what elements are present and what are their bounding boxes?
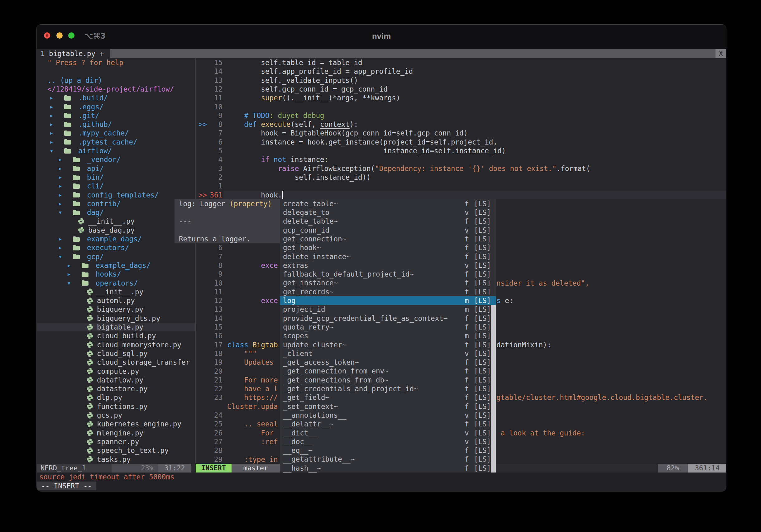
tree-row-file[interactable]: __init__.py bbox=[37, 288, 196, 296]
chevron-down-icon[interactable]: ▾ bbox=[59, 208, 73, 217]
tree-row-dir[interactable]: ▸.mypy_cache/ bbox=[37, 129, 196, 137]
editor-line[interactable]: 9 # TODO: duyet debug bbox=[196, 111, 727, 120]
completion-item[interactable]: _get_credentials_and_project_id~f[LS] bbox=[280, 384, 496, 393]
completion-item[interactable]: fallback_to_default_project_id~f[LS] bbox=[280, 270, 496, 279]
completion-item[interactable]: get_instance~f[LS] bbox=[280, 279, 496, 287]
editor-line[interactable]: 1 bbox=[196, 182, 727, 190]
editor-line[interactable]: >>8 def execute(self, context): bbox=[196, 120, 727, 129]
tree-row-dir[interactable]: ▸config_templates/ bbox=[37, 190, 196, 199]
completion-item[interactable]: quota_retry~f[LS] bbox=[280, 323, 496, 331]
completion-item[interactable]: delete_table~f[LS] bbox=[280, 217, 496, 226]
tree-row-dir[interactable]: ▸example_dags/ bbox=[37, 261, 196, 270]
completion-item[interactable]: delete_instance~f[LS] bbox=[280, 252, 496, 261]
tree-row-file[interactable]: bigquery_dts.py bbox=[37, 314, 196, 323]
tree-row-dir[interactable]: ▸contrib/ bbox=[37, 199, 196, 208]
tree-row-file[interactable]: __init__.py bbox=[37, 217, 196, 226]
tree-row-dir[interactable]: ▸_vendor/ bbox=[37, 155, 196, 164]
completion-item[interactable]: _set_context~f[LS] bbox=[280, 402, 496, 411]
tree-row-file[interactable]: mlengine.py bbox=[37, 429, 196, 437]
tree-row-dir[interactable]: ▸example_dags/ bbox=[37, 235, 196, 243]
tree-row-file[interactable]: cloud_build.py bbox=[37, 331, 196, 340]
editor-line[interactable]: 13 self._validate_inputs() bbox=[196, 76, 727, 85]
tree-row-dir[interactable]: ▾gcp/ bbox=[37, 252, 196, 261]
tree-row-dir[interactable]: ▸hooks/ bbox=[37, 270, 196, 279]
tree-row-file[interactable]: tasks.py bbox=[37, 455, 196, 464]
completion-item[interactable]: __getattribute__~f[LS] bbox=[280, 455, 496, 463]
completion-item[interactable]: logm[LS] bbox=[280, 296, 496, 305]
chevron-right-icon[interactable]: ▸ bbox=[59, 243, 73, 252]
chevron-right-icon[interactable]: ▸ bbox=[59, 173, 73, 182]
completion-item[interactable]: _get_connection_from_env~f[LS] bbox=[280, 367, 496, 375]
chevron-right-icon[interactable]: ▸ bbox=[68, 261, 81, 270]
tree-row[interactable]: .. (up a dir) bbox=[37, 76, 196, 85]
completion-item[interactable]: _clientv[LS] bbox=[280, 349, 496, 358]
tree-row-file[interactable]: spanner.py bbox=[37, 437, 196, 446]
tree-row-dir[interactable]: ▸.pytest_cache/ bbox=[37, 138, 196, 146]
tree-row-dir[interactable]: ▸cli/ bbox=[37, 182, 196, 190]
editor-line[interactable]: 15 self.table_id = table_id bbox=[196, 58, 727, 67]
tree-row-file[interactable]: bigquery.py bbox=[37, 305, 196, 314]
tree-row-file[interactable]: cloud_storage_transfer bbox=[37, 358, 196, 367]
tree-row-file[interactable]: compute.py bbox=[37, 367, 196, 376]
tab-bigtable[interactable]: 1 bigtable.py + bbox=[37, 49, 110, 58]
chevron-down-icon[interactable]: ▾ bbox=[50, 146, 64, 155]
tree-row-dir[interactable]: ▸.github/ bbox=[37, 120, 196, 129]
tree-row-dir[interactable]: ▸.build/ bbox=[37, 93, 196, 102]
completion-item[interactable]: gcp_conn_idv[LS] bbox=[280, 226, 496, 235]
tree-row-dir[interactable]: ▸.eggs/ bbox=[37, 102, 196, 111]
tree-row-file[interactable]: base_dag.py bbox=[37, 226, 196, 235]
tree-row-file[interactable]: dlp.py bbox=[37, 393, 196, 402]
completion-item[interactable]: extrasv[LS] bbox=[280, 261, 496, 270]
tree-row-file[interactable]: cloud_memorystore.py bbox=[37, 341, 196, 349]
tree-row-file[interactable]: dataflow.py bbox=[37, 376, 196, 384]
tree-row-file[interactable]: speech_to_text.py bbox=[37, 446, 196, 455]
completion-item[interactable]: delegate_tov[LS] bbox=[280, 208, 496, 217]
completion-item[interactable]: __dict__v[LS] bbox=[280, 429, 496, 437]
completion-item[interactable]: _get_field~f[LS] bbox=[280, 393, 496, 402]
tree-row-file[interactable]: automl.py bbox=[37, 296, 196, 305]
tree-row-file[interactable]: datastore.py bbox=[37, 384, 196, 393]
tree-row-dir[interactable]: ▸bin/ bbox=[37, 173, 196, 182]
completion-item[interactable]: __doc__v[LS] bbox=[280, 437, 496, 446]
completion-item[interactable]: provide_gcp_credential_file_as_context~f… bbox=[280, 314, 496, 323]
completion-item[interactable]: __hash__~f[LS] bbox=[280, 464, 496, 472]
tree-row-dir[interactable]: ▸.git/ bbox=[37, 111, 196, 120]
tree-row-dir[interactable]: ▾operators/ bbox=[37, 279, 196, 288]
chevron-right-icon[interactable]: ▸ bbox=[59, 164, 73, 173]
tree-row-file[interactable]: gcs.py bbox=[37, 411, 196, 420]
editor-line[interactable]: 3 raise AirflowException("Dependency: in… bbox=[196, 164, 727, 173]
chevron-right-icon[interactable]: ▸ bbox=[59, 235, 73, 243]
editor-line[interactable]: 2 self.instance_id)) bbox=[196, 173, 727, 182]
completion-item[interactable]: scopesm[LS] bbox=[280, 331, 496, 340]
chevron-down-icon[interactable]: ▾ bbox=[68, 279, 81, 288]
chevron-right-icon[interactable]: ▸ bbox=[59, 199, 73, 208]
chevron-right-icon[interactable]: ▸ bbox=[59, 182, 73, 190]
chevron-right-icon[interactable]: ▸ bbox=[50, 138, 64, 146]
tree-row-dir[interactable]: ▾airflow/ bbox=[37, 146, 196, 155]
editor-line[interactable]: 12 self.gcp_conn_id = gcp_conn_id bbox=[196, 85, 727, 93]
completion-item[interactable]: project_idm[LS] bbox=[280, 305, 496, 314]
completion-item[interactable]: __eq__~f[LS] bbox=[280, 446, 496, 455]
tree-row-dir[interactable]: ▸executors/ bbox=[37, 243, 196, 252]
chevron-right-icon[interactable]: ▸ bbox=[50, 102, 64, 111]
chevron-right-icon[interactable]: ▸ bbox=[59, 190, 73, 199]
tree-row-dir[interactable]: ▾dag/ bbox=[37, 208, 196, 217]
completion-item[interactable]: __annotations__v[LS] bbox=[280, 411, 496, 420]
completion-item[interactable]: get_hook~f[LS] bbox=[280, 243, 496, 252]
tree-row-file[interactable]: kubernetes_engine.py bbox=[37, 420, 196, 428]
completion-item[interactable]: _get_access_token~f[LS] bbox=[280, 358, 496, 367]
chevron-down-icon[interactable]: ▾ bbox=[59, 252, 73, 261]
completion-item[interactable]: get_connection~f[LS] bbox=[280, 235, 496, 243]
editor-line[interactable]: 6 instance = hook.get_instance(project_i… bbox=[196, 138, 727, 146]
editor-line[interactable]: 7 hook = BigtableHook(gcp_conn_id=self.g… bbox=[196, 129, 727, 137]
completion-item[interactable]: _get_connections_from_db~f[LS] bbox=[280, 376, 496, 384]
tree-row-file[interactable]: functions.py bbox=[37, 402, 196, 411]
completion-item[interactable]: create_table~f[LS] bbox=[280, 199, 496, 208]
editor-line[interactable]: 10 bbox=[196, 102, 727, 111]
editor-line[interactable]: 14 self.app_profile_id = app_profile_id bbox=[196, 67, 727, 76]
editor-line[interactable]: 5 instance_id=self.instance_id) bbox=[196, 146, 727, 155]
tree-row-file[interactable]: cloud_sql.py bbox=[37, 349, 196, 358]
scrollbar-thumb[interactable] bbox=[491, 305, 496, 472]
tree-row-file[interactable]: bigtable.py bbox=[37, 323, 196, 331]
chevron-right-icon[interactable]: ▸ bbox=[68, 270, 81, 279]
